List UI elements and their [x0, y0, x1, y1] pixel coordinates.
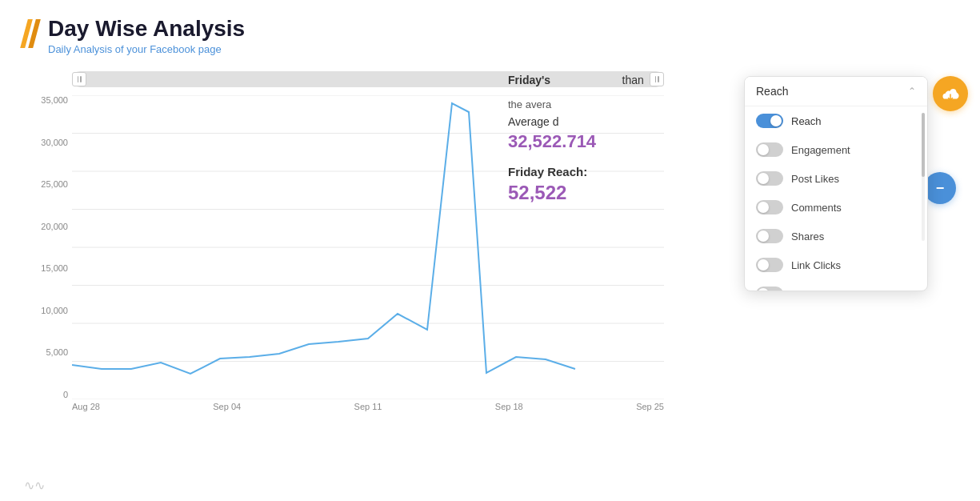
toggle-video-views[interactable] [756, 287, 783, 291]
dropdown-label-engagement: Engagement [791, 144, 850, 156]
x-label-sep18: Sep 18 [495, 402, 523, 411]
toggle-knob-shares [758, 230, 769, 242]
y-label-25000: 25,000 [41, 179, 68, 189]
dropdown-selected-label: Reach [756, 85, 788, 98]
dropdown-label-reach: Reach [791, 115, 822, 127]
friday-reach-label: Friday Reach: [508, 165, 780, 178]
toggle-knob-post-likes [758, 173, 769, 184]
dropdown-items-list[interactable]: Reach Engagement Post Likes Comments [745, 106, 927, 291]
dropdown-scrollbar-thumb [922, 113, 925, 177]
x-label-sep25: Sep 25 [636, 402, 664, 411]
page-subtitle: Daily Analysis of your Facebook page [48, 43, 245, 55]
dropdown-item-video-views[interactable]: Video Views [745, 279, 927, 291]
y-label-15000: 15,000 [41, 263, 68, 273]
friday-reach-value: 52,522 [508, 182, 780, 204]
dropdown-label-video-views: Video Views [791, 288, 848, 291]
x-label-aug28: Aug 28 [72, 402, 100, 411]
y-label-10000: 10,000 [41, 306, 68, 315]
header-icon [24, 19, 37, 48]
friday-label: Friday's [508, 74, 550, 86]
header-text: Day Wise Analysis Daily Analysis of your… [48, 16, 245, 55]
dropdown-container[interactable]: Reach ⌃ Reach Engagement Post Likes [744, 76, 928, 291]
slider-line-1 [78, 76, 79, 82]
slider-handle-left[interactable] [72, 72, 86, 86]
stats-panel: Friday's than the avera Average d 32,522… [508, 72, 780, 204]
dropdown-label-post-likes: Post Likes [791, 173, 839, 185]
toggle-post-likes[interactable] [756, 171, 783, 186]
chart-line [72, 103, 575, 374]
toggle-knob-reach [770, 115, 782, 126]
dropdown-item-post-likes[interactable]: Post Likes [745, 164, 927, 193]
dropdown-header[interactable]: Reach ⌃ [745, 77, 927, 106]
dropdown-label-link-clicks: Link Clicks [791, 259, 841, 271]
average-desc: the avera [508, 98, 780, 110]
x-label-sep11: Sep 11 [354, 402, 382, 411]
dropdown-item-link-clicks[interactable]: Link Clicks [745, 250, 927, 279]
y-label-20000: 20,000 [41, 222, 68, 231]
y-label-5000: 5,000 [46, 347, 68, 357]
cloud-icon [940, 85, 961, 102]
cloud-upload-button[interactable] [933, 76, 968, 111]
y-label-35000: 35,000 [41, 95, 68, 105]
toggle-link-clicks[interactable] [756, 258, 783, 272]
toggle-knob-video-views [758, 288, 769, 291]
dropdown-item-shares[interactable]: Shares [745, 222, 927, 250]
toggle-reach[interactable] [756, 114, 783, 128]
toggle-comments[interactable] [756, 200, 783, 214]
x-label-sep04: Sep 04 [213, 402, 241, 411]
dropdown-item-comments[interactable]: Comments [745, 193, 927, 222]
friday-text: Friday's than [508, 72, 780, 89]
toggle-knob-link-clicks [758, 259, 769, 271]
average-label: Average d [508, 115, 780, 128]
legend-icon: ∿∿ [24, 478, 45, 493]
x-axis: Aug 28 Sep 04 Sep 11 Sep 18 Sep 25 [72, 402, 664, 411]
header: Day Wise Analysis Daily Analysis of your… [24, 16, 956, 55]
average-value: 32,522.714 [508, 131, 780, 152]
dropdown-item-reach[interactable]: Reach [745, 106, 927, 135]
minus-icon: − [936, 180, 945, 197]
toggle-shares[interactable] [756, 229, 783, 243]
y-axis: 35,000 30,000 25,000 20,000 15,000 10,00… [24, 95, 68, 399]
page-container: Day Wise Analysis Daily Analysis of your… [0, 0, 980, 501]
toggle-engagement[interactable] [756, 142, 783, 157]
page-title: Day Wise Analysis [48, 16, 245, 42]
dropdown-item-engagement[interactable]: Engagement [745, 135, 927, 164]
chevron-up-icon: ⌃ [908, 86, 916, 97]
slider-line-2 [80, 76, 82, 82]
y-label-0: 0 [63, 390, 68, 399]
y-label-30000: 30,000 [41, 138, 68, 147]
toggle-knob-engagement [758, 144, 769, 155]
dropdown-label-shares: Shares [791, 230, 824, 242]
slider-handle-lines-left [78, 76, 82, 82]
float-minus-button[interactable]: − [924, 172, 956, 204]
legend-area: ∿∿ [24, 478, 45, 493]
dropdown-label-comments: Comments [791, 202, 842, 214]
dropdown-scrollbar[interactable] [922, 113, 925, 241]
toggle-knob-comments [758, 202, 769, 213]
